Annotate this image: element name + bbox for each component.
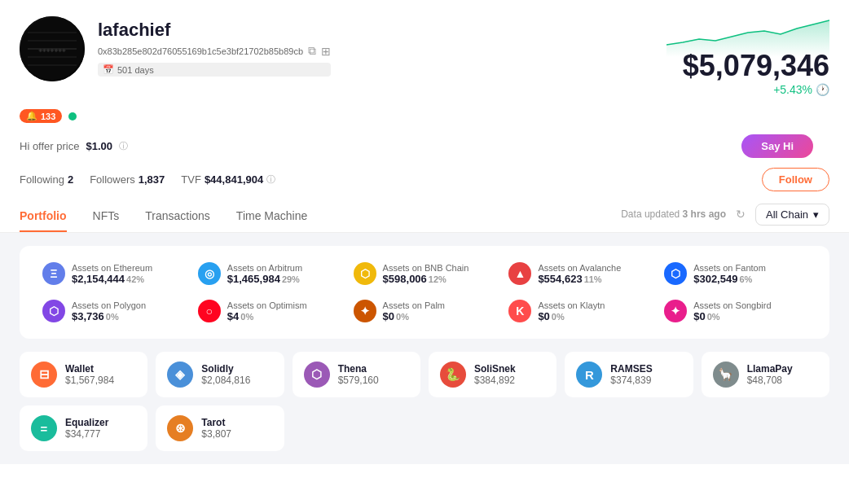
protocol-info-5: LlamaPay $48,708 <box>747 363 793 386</box>
protocol-name-4: RAMSES <box>610 363 652 375</box>
tvf-info-icon: ⓘ <box>266 173 275 186</box>
tab-transactions[interactable]: Transactions <box>145 203 210 232</box>
follow-button[interactable]: Follow <box>762 168 829 191</box>
asset-value-3: $554,62311% <box>538 273 621 285</box>
protocol-icon-3: 🐍 <box>440 362 466 388</box>
asset-icon-6: ○ <box>198 300 221 322</box>
header: ◈◈◈◈◈◈◈ lafachief 0x83b285e802d76055169b… <box>0 0 849 106</box>
protocol-icon-6: = <box>31 415 57 441</box>
asset-info-9: Assets on Songbird $00% <box>693 300 771 322</box>
protocol-value-1: $2,084,816 <box>201 375 250 386</box>
tvf-label: TVF <box>181 173 201 186</box>
copy-icon[interactable]: ⧉ <box>308 44 316 58</box>
tvf-value: $44,841,904 <box>205 173 263 186</box>
asset-item-9: ✦ Assets on Songbird $00% <box>658 296 813 326</box>
chain-selector[interactable]: All Chain ▾ <box>755 204 829 226</box>
followers-label: Followers <box>90 173 135 186</box>
asset-info-8: Assets on Klaytn $00% <box>538 300 605 322</box>
portfolio-change: +5.43% 🕐 <box>773 83 829 96</box>
protocol-info-4: RAMSES $374,839 <box>610 363 652 386</box>
asset-value-2: $598,00612% <box>383 273 469 285</box>
protocol-icon-1: ◈ <box>167 362 193 388</box>
asset-info-6: Assets on Optimism $40% <box>227 300 307 322</box>
tab-nfts[interactable]: NFTs <box>93 203 120 232</box>
asset-item-7: ✦ Assets on Palm $00% <box>347 296 503 326</box>
refresh-icon[interactable]: ↻ <box>736 208 746 221</box>
tab-time-machine[interactable]: Time Machine <box>236 203 307 232</box>
asset-icon-0: Ξ <box>42 262 65 285</box>
tab-portfolio[interactable]: Portfolio <box>20 203 67 232</box>
asset-icon-1: ◎ <box>198 262 221 285</box>
protocol-card-2[interactable]: ⬡ Thena $579,160 <box>293 352 420 397</box>
asset-icon-5: ⬡ <box>42 300 65 322</box>
asset-item-8: K Assets on Klaytn $00% <box>502 296 658 326</box>
offer-row: Hi offer price $1.00 ⓘ Say Hi <box>0 129 849 163</box>
asset-info-0: Assets on Ethereum $2,154,44442% <box>72 263 152 285</box>
hi-offer: Hi offer price $1.00 ⓘ <box>20 140 741 152</box>
asset-item-5: ⬡ Assets on Polygon $3,7360% <box>36 296 191 326</box>
asset-icon-7: ✦ <box>354 300 376 322</box>
asset-name-7: Assets on Palm <box>383 300 445 310</box>
protocol-name-3: SoliSnek <box>474 363 516 375</box>
asset-name-0: Assets on Ethereum <box>72 263 152 273</box>
asset-item-3: ▲ Assets on Avalanche $554,62311% <box>502 259 658 288</box>
protocol-value-2: $579,160 <box>338 375 379 386</box>
protocol-card-1[interactable]: ◈ Solidly $2,084,816 <box>156 352 284 397</box>
asset-item-0: Ξ Assets on Ethereum $2,154,44442% <box>36 259 191 288</box>
tabs-row: Portfolio NFTs Transactions Time Machine… <box>0 196 849 233</box>
assets-card: Ξ Assets on Ethereum $2,154,44442% ◎ Ass… <box>20 246 829 339</box>
chart-svg <box>666 16 829 57</box>
asset-name-8: Assets on Klaytn <box>538 300 605 310</box>
protocol-value-7: $3,807 <box>201 428 231 440</box>
social-stats-row: Following 2 Followers 1,837 TVF $44,841,… <box>0 163 849 196</box>
asset-name-2: Assets on BNB Chain <box>383 263 469 273</box>
tabs-right: Data updated 3 hrs ago ↻ All Chain ▾ <box>621 204 829 232</box>
online-indicator <box>68 112 77 121</box>
following-count: 2 <box>68 173 73 186</box>
protocol-card-6[interactable]: = Equalizer $34,777 <box>20 405 147 451</box>
protocol-icon-0: ⊟ <box>31 362 57 388</box>
asset-icon-9: ✦ <box>664 300 687 322</box>
say-hi-button[interactable]: Say Hi <box>741 134 813 158</box>
protocol-card-4[interactable]: R RAMSES $374,839 <box>565 352 693 397</box>
profile-info: lafachief 0x83b285e802d76055169b1c5e3bf2… <box>98 16 331 77</box>
protocol-card-3[interactable]: 🐍 SoliSnek $384,892 <box>429 352 556 397</box>
asset-name-3: Assets on Avalanche <box>538 263 621 273</box>
asset-item-1: ◎ Assets on Arbitrum $1,465,98429% <box>191 259 347 288</box>
protocol-info-0: Wallet $1,567,984 <box>65 363 114 386</box>
asset-value-9: $00% <box>693 310 771 322</box>
asset-value-1: $1,465,98429% <box>227 273 302 285</box>
asset-info-5: Assets on Polygon $3,7360% <box>72 300 146 322</box>
notification-badge[interactable]: 🔔 133 <box>20 109 62 123</box>
asset-value-8: $00% <box>538 310 605 322</box>
following-label: Following <box>20 173 64 186</box>
avatar-image: ◈◈◈◈◈◈◈ <box>20 16 85 81</box>
protocol-value-5: $48,708 <box>747 375 793 386</box>
protocol-info-2: Thena $579,160 <box>338 363 379 386</box>
chain-label: All Chain <box>766 208 808 221</box>
asset-icon-3: ▲ <box>508 262 531 285</box>
protocol-info-7: Tarot $3,807 <box>201 417 231 440</box>
followers-stat: Followers 1,837 <box>90 173 165 186</box>
notification-row: 🔔 133 <box>0 106 849 129</box>
asset-name-6: Assets on Optimism <box>227 300 307 310</box>
asset-icon-8: K <box>508 300 531 322</box>
protocol-icon-5: 🦙 <box>713 362 739 388</box>
asset-value-7: $00% <box>383 310 445 322</box>
data-updated-text: Data updated 3 hrs ago <box>621 208 726 220</box>
qr-icon[interactable]: ⊞ <box>321 45 331 58</box>
protocol-card-5[interactable]: 🦙 LlamaPay $48,708 <box>702 352 829 397</box>
asset-item-2: ⬡ Assets on BNB Chain $598,00612% <box>347 259 503 288</box>
protocol-card-0[interactable]: ⊟ Wallet $1,567,984 <box>20 352 147 397</box>
mini-chart <box>666 16 829 57</box>
asset-info-1: Assets on Arbitrum $1,465,98429% <box>227 263 302 285</box>
protocol-name-7: Tarot <box>201 417 231 428</box>
protocol-icon-7: ⊛ <box>167 415 193 441</box>
info-icon: ⓘ <box>119 140 128 152</box>
calendar-icon: 📅 <box>103 64 114 75</box>
asset-value-0: $2,154,44442% <box>72 273 152 285</box>
asset-info-4: Assets on Fantom $302,5496% <box>693 263 766 285</box>
asset-value-6: $40% <box>227 310 307 322</box>
protocol-card-7[interactable]: ⊛ Tarot $3,807 <box>156 405 284 451</box>
chevron-down-icon: ▾ <box>813 208 819 221</box>
